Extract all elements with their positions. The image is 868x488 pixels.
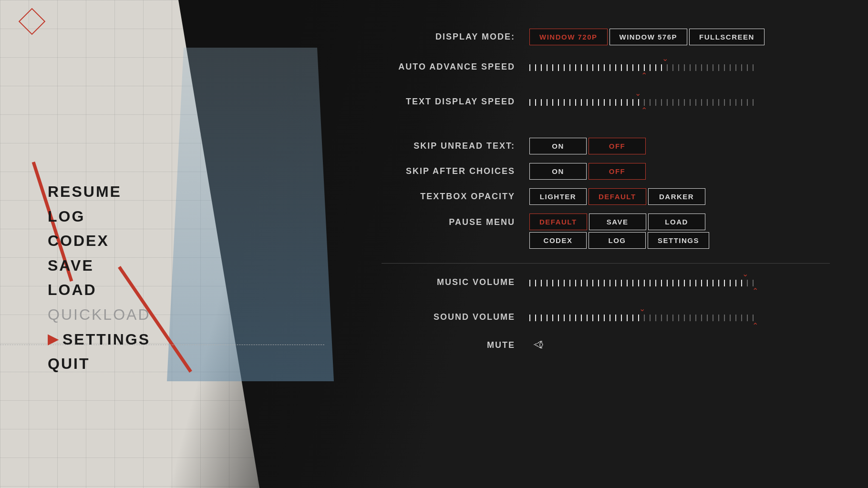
skip-unread-off-button[interactable]: OFF	[589, 138, 646, 154]
sound-volume-slider-wrapper: ⌄ ⌃	[529, 304, 758, 330]
textbox-opacity-options: LIGHTER DEFAULT DARKER	[529, 188, 705, 205]
text-display-label: TEXT DISPLAY SPEED	[382, 97, 515, 107]
game-logo	[19, 9, 45, 35]
settings-panel: DISPLAY MODE: WINDOW 720P WINDOW 576P FU…	[343, 0, 868, 488]
auto-advance-arrow-up-icon: ⌃	[641, 71, 647, 80]
music-volume-arrow-down-icon: ⌄	[742, 269, 748, 278]
nav-item-quickload: QUICKLOAD	[48, 304, 150, 326]
logo-diamond	[19, 8, 46, 35]
pause-menu-settings-button[interactable]: SETTINGS	[648, 232, 709, 249]
textbox-lighter-button[interactable]: LIGHTER	[529, 188, 587, 205]
skip-unread-options: ON OFF	[529, 138, 646, 154]
skip-after-choices-options: ON OFF	[529, 163, 646, 180]
display-mode-options: WINDOW 720P WINDOW 576P FULLSCREEN	[529, 29, 765, 45]
textbox-opacity-label: TEXTBOX OPACITY	[382, 192, 515, 202]
current-arrow-icon: ▶	[48, 331, 60, 348]
nav-item-save[interactable]: SAVE	[48, 255, 94, 277]
section-divider	[382, 263, 830, 264]
text-display-fill	[529, 99, 639, 106]
auto-advance-label: AUTO ADVANCE SPEED	[382, 62, 515, 72]
display-mode-label: DISPLAY MODE:	[382, 32, 515, 42]
auto-advance-row: AUTO ADVANCE SPEED ⌄ ⌃	[382, 54, 830, 80]
text-display-slider[interactable]	[529, 99, 758, 106]
music-volume-slider[interactable]	[529, 280, 758, 286]
nav-item-log[interactable]: LOG	[48, 206, 85, 228]
pause-menu-options: DEFAULT SAVE LOAD CODEX LOG SETTINGS	[529, 214, 709, 249]
textbox-darker-button[interactable]: DARKER	[648, 188, 705, 205]
auto-advance-slider-wrapper: ⌄ ⌃	[529, 54, 758, 80]
sound-volume-arrow-down-icon: ⌄	[639, 304, 645, 313]
music-volume-slider-wrapper: ⌄ ⌃	[529, 269, 758, 295]
pause-menu-save-button[interactable]: SAVE	[589, 214, 646, 230]
pause-menu-row2: CODEX LOG SETTINGS	[529, 232, 709, 249]
music-volume-label: MUSIC VOLUME	[382, 277, 515, 287]
text-display-slider-wrapper: ⌄ ⌃	[529, 89, 758, 115]
music-volume-row: MUSIC VOLUME ⌄ ⌃	[382, 269, 830, 295]
skip-unread-label: SKIP UNREAD TEXT:	[382, 141, 515, 151]
mute-row: MUTE ⏿	[382, 339, 830, 351]
display-window720p-button[interactable]: WINDOW 720P	[529, 29, 608, 45]
mute-label: MUTE	[382, 340, 515, 350]
skip-after-choices-row: SKIP AFTER CHOICES ON OFF	[382, 163, 830, 180]
skip-after-on-button[interactable]: ON	[529, 163, 587, 180]
character-background	[167, 48, 334, 381]
nav-item-settings[interactable]: ▶ SETTINGS	[48, 329, 150, 351]
music-volume-fill	[529, 280, 747, 286]
sound-volume-label: SOUND VOLUME	[382, 312, 515, 322]
pause-menu-default-button[interactable]: DEFAULT	[529, 214, 587, 230]
display-mode-row: DISPLAY MODE: WINDOW 720P WINDOW 576P FU…	[382, 29, 830, 45]
text-display-arrow-up-icon: ⌃	[641, 106, 647, 114]
textbox-default-button[interactable]: DEFAULT	[589, 188, 646, 205]
skip-unread-row: SKIP UNREAD TEXT: ON OFF	[382, 138, 830, 154]
sound-volume-arrow-up-icon: ⌃	[752, 322, 758, 330]
nav-item-load[interactable]: LOAD	[48, 279, 97, 301]
pause-menu-label: PAUSE MENU	[382, 214, 515, 227]
auto-advance-slider[interactable]	[529, 64, 758, 71]
pause-menu-row1: DEFAULT SAVE LOAD	[529, 214, 709, 230]
sound-volume-slider[interactable]	[529, 315, 758, 321]
pause-menu-log-button[interactable]: LOG	[589, 232, 646, 249]
text-display-row: TEXT DISPLAY SPEED ⌄ ⌃	[382, 89, 830, 115]
text-display-arrow-down-icon: ⌄	[635, 89, 641, 98]
sound-volume-row: SOUND VOLUME ⌄ ⌃	[382, 304, 830, 330]
nav-item-resume[interactable]: RESUME	[48, 181, 122, 203]
skip-after-off-button[interactable]: OFF	[589, 163, 646, 180]
pause-menu-row: PAUSE MENU DEFAULT SAVE LOAD CODEX LOG S…	[382, 214, 830, 249]
nav-menu: RESUME LOG CODEX SAVE LOAD QUICKLOAD ▶ S…	[48, 181, 150, 375]
gap1	[382, 123, 830, 138]
textbox-opacity-row: TEXTBOX OPACITY LIGHTER DEFAULT DARKER	[382, 188, 830, 205]
sound-volume-fill	[529, 315, 644, 321]
skip-unread-on-button[interactable]: ON	[529, 138, 587, 154]
auto-advance-fill	[529, 64, 667, 71]
pause-menu-codex-button[interactable]: CODEX	[529, 232, 587, 249]
mute-power-icon[interactable]: ⏿	[533, 339, 544, 351]
skip-after-choices-label: SKIP AFTER CHOICES	[382, 166, 515, 176]
display-fullscreen-button[interactable]: FULLSCREEN	[689, 29, 765, 45]
display-window576p-button[interactable]: WINDOW 576P	[610, 29, 688, 45]
pause-menu-load-button[interactable]: LOAD	[648, 214, 705, 230]
music-volume-arrow-up-icon: ⌃	[752, 287, 758, 295]
nav-item-quit[interactable]: QUIT	[48, 353, 90, 375]
auto-advance-arrow-down-icon: ⌄	[662, 54, 668, 63]
nav-item-codex[interactable]: CODEX	[48, 230, 109, 252]
